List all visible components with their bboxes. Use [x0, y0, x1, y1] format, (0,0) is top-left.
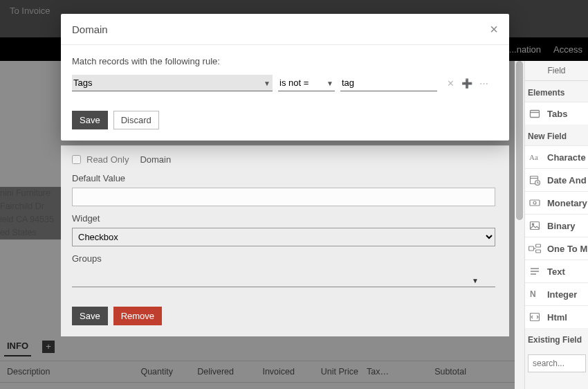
- readonly-label: Read Only: [86, 154, 129, 165]
- svg-text:Aa: Aa: [529, 153, 538, 161]
- tab-info[interactable]: INFO: [4, 336, 31, 356]
- side-item-monetary[interactable]: Monetary: [525, 191, 588, 214]
- groups-label: Groups: [72, 253, 498, 264]
- domain-rule-row: ▼ is not = ▼ ✕ ➕ ⋯: [72, 75, 498, 91]
- one-to-many-icon: [528, 242, 542, 255]
- delete-rule-icon[interactable]: ✕: [447, 78, 454, 89]
- widget-select[interactable]: Checkbox: [72, 228, 495, 246]
- close-button[interactable]: ×: [490, 22, 498, 36]
- scrollbar[interactable]: [515, 61, 524, 389]
- side-label-integer: Integer: [547, 289, 577, 300]
- close-icon: ×: [490, 21, 498, 37]
- order-line-headers: Description Quantity Delivered Invoiced …: [0, 361, 524, 383]
- side-section-newfield: New Field: [525, 125, 588, 145]
- side-item-dateand[interactable]: Date And: [525, 168, 588, 191]
- html-icon: [528, 310, 542, 324]
- tabs-icon: [528, 107, 542, 120]
- side-item-tabs[interactable]: Tabs: [525, 102, 588, 125]
- side-label-o2m: One To M: [547, 244, 587, 254]
- side-item-one2many[interactable]: One To M: [525, 237, 588, 260]
- integer-icon: N: [528, 287, 542, 301]
- bg-order-lines: INFO + Description Quantity Delivered In…: [0, 332, 524, 383]
- side-item-html[interactable]: Html: [525, 305, 588, 328]
- col-unit-price: Unit Price: [299, 367, 362, 377]
- col-invoiced: Invoiced: [238, 367, 299, 377]
- col-taxes: Tax…: [362, 367, 398, 377]
- field-properties-panel: Read Only Domain Default Value Widget Ch…: [61, 145, 509, 336]
- svg-rect-9: [536, 244, 541, 247]
- more-icon[interactable]: ⋯: [479, 78, 488, 89]
- domain-field-input[interactable]: [72, 75, 273, 91]
- svg-rect-4: [530, 200, 540, 206]
- domain-value-input[interactable]: [340, 75, 437, 91]
- domain-modal: Domain × Match records with the followin…: [61, 14, 509, 141]
- svg-rect-8: [529, 246, 534, 251]
- side-label-monetary: Monetary: [547, 198, 587, 208]
- remove-field-button[interactable]: Remove: [113, 307, 162, 325]
- chevron-down-icon[interactable]: ▼: [472, 277, 479, 284]
- readonly-checkbox[interactable]: [72, 155, 81, 164]
- add-rule-icon[interactable]: ➕: [461, 78, 472, 89]
- side-label-binary: Binary: [547, 221, 575, 231]
- side-label-character: Characte: [547, 152, 586, 163]
- side-label-dateand: Date And: [547, 175, 587, 186]
- side-section-existing: Existing Field: [525, 328, 588, 349]
- svg-rect-10: [536, 250, 541, 253]
- default-value-input[interactable]: [72, 188, 495, 206]
- chevron-down-icon: ▼: [327, 80, 333, 87]
- bg-address: nini Furniture Fairchild Dr ield CA 9453…: [0, 187, 61, 239]
- side-label-html: Html: [547, 312, 567, 323]
- side-tab-field[interactable]: Field: [525, 61, 588, 81]
- default-value-label: Default Value: [72, 173, 498, 183]
- studio-side-panel: Field Elements Tabs New Field Aa Charact…: [524, 61, 588, 389]
- side-item-integer[interactable]: N Integer: [525, 282, 588, 305]
- plus-icon: +: [46, 341, 51, 352]
- existing-fields-search[interactable]: [528, 354, 586, 372]
- side-item-binary[interactable]: Binary: [525, 214, 588, 237]
- character-icon: Aa: [528, 150, 542, 164]
- widget-label: Widget: [72, 213, 498, 224]
- save-domain-button[interactable]: Save: [72, 111, 108, 129]
- domain-text: Domain: [140, 154, 171, 165]
- side-label-text: Text: [547, 266, 565, 277]
- col-delivered: Delivered: [177, 367, 238, 377]
- scrollbar-thumb[interactable]: [516, 61, 523, 220]
- svg-text:N: N: [530, 289, 536, 299]
- col-description: Description: [3, 367, 120, 377]
- svg-rect-0: [531, 111, 540, 118]
- svg-point-7: [532, 224, 533, 225]
- image-icon: [528, 219, 542, 233]
- side-item-character[interactable]: Aa Characte: [525, 145, 588, 168]
- chevron-down-icon[interactable]: ▼: [264, 80, 270, 87]
- rule-intro: Match records with the following rule:: [72, 56, 498, 66]
- col-quantity: Quantity: [120, 367, 177, 377]
- modal-title: Domain: [72, 24, 108, 35]
- money-icon: [528, 196, 542, 210]
- add-tab-button[interactable]: +: [42, 341, 55, 353]
- side-label-tabs: Tabs: [547, 109, 567, 119]
- save-properties-button[interactable]: Save: [72, 307, 108, 325]
- text-icon: [528, 264, 542, 278]
- svg-rect-6: [531, 222, 540, 230]
- calendar-clock-icon: [528, 173, 542, 187]
- side-item-text[interactable]: Text: [525, 260, 588, 282]
- groups-input[interactable]: [72, 268, 495, 287]
- side-section-elements: Elements: [525, 81, 588, 102]
- discard-domain-button[interactable]: Discard: [113, 111, 159, 129]
- svg-point-5: [533, 201, 536, 204]
- col-subtotal: Subtotal: [398, 367, 470, 377]
